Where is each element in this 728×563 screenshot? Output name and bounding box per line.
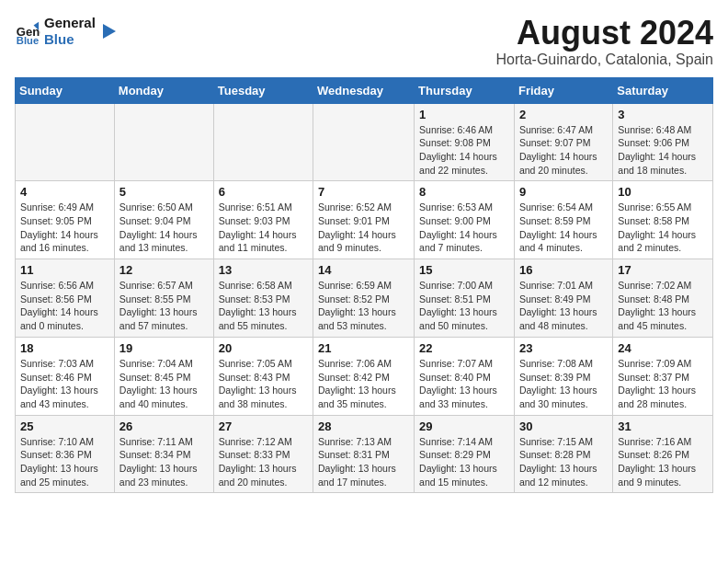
weekday-header-monday: Monday (114, 77, 213, 103)
day-info: Sunrise: 7:02 AM Sunset: 8:48 PM Dayligh… (618, 279, 708, 333)
day-info: Sunrise: 7:09 AM Sunset: 8:37 PM Dayligh… (618, 357, 708, 411)
calendar-title: August 2024 (495, 15, 713, 52)
calendar-table: SundayMondayTuesdayWednesdayThursdayFrid… (15, 77, 713, 494)
calendar-cell: 20Sunrise: 7:05 AM Sunset: 8:43 PM Dayli… (213, 337, 313, 415)
calendar-cell: 24Sunrise: 7:09 AM Sunset: 8:37 PM Dayli… (613, 337, 713, 415)
day-info: Sunrise: 6:59 AM Sunset: 8:52 PM Dayligh… (318, 279, 409, 333)
day-number: 7 (318, 185, 409, 199)
day-info: Sunrise: 6:54 AM Sunset: 8:59 PM Dayligh… (519, 201, 608, 255)
calendar-cell: 3Sunrise: 6:48 AM Sunset: 9:06 PM Daylig… (613, 103, 713, 181)
day-number: 3 (618, 108, 708, 121)
calendar-week-row: 1Sunrise: 6:46 AM Sunset: 9:08 PM Daylig… (16, 103, 713, 181)
calendar-cell: 22Sunrise: 7:07 AM Sunset: 8:40 PM Dayli… (415, 337, 515, 415)
day-number: 16 (519, 263, 608, 277)
calendar-cell: 5Sunrise: 6:50 AM Sunset: 9:04 PM Daylig… (114, 181, 213, 259)
weekday-header-saturday: Saturday (613, 77, 713, 103)
calendar-cell: 7Sunrise: 6:52 AM Sunset: 9:01 PM Daylig… (313, 181, 415, 259)
day-number: 17 (618, 263, 708, 277)
calendar-title-section: August 2024 Horta-Guinardo, Catalonia, S… (495, 15, 713, 68)
day-number: 24 (618, 341, 708, 355)
day-info: Sunrise: 7:15 AM Sunset: 8:28 PM Dayligh… (519, 435, 608, 489)
calendar-subtitle: Horta-Guinardo, Catalonia, Spain (495, 52, 713, 68)
day-number: 10 (618, 185, 708, 199)
day-info: Sunrise: 7:10 AM Sunset: 8:36 PM Dayligh… (20, 435, 109, 489)
day-info: Sunrise: 7:03 AM Sunset: 8:46 PM Dayligh… (20, 357, 109, 411)
day-info: Sunrise: 6:50 AM Sunset: 9:04 PM Dayligh… (119, 201, 209, 255)
calendar-cell: 17Sunrise: 7:02 AM Sunset: 8:48 PM Dayli… (613, 259, 713, 338)
day-info: Sunrise: 6:47 AM Sunset: 9:07 PM Dayligh… (519, 123, 608, 178)
day-number: 12 (119, 263, 209, 277)
calendar-cell (114, 103, 213, 181)
calendar-cell: 8Sunrise: 6:53 AM Sunset: 9:00 PM Daylig… (415, 181, 515, 259)
calendar-week-row: 18Sunrise: 7:03 AM Sunset: 8:46 PM Dayli… (16, 337, 713, 415)
day-info: Sunrise: 6:56 AM Sunset: 8:56 PM Dayligh… (20, 279, 109, 333)
logo-arrow-icon (99, 22, 118, 40)
calendar-cell: 26Sunrise: 7:11 AM Sunset: 8:34 PM Dayli… (114, 415, 213, 493)
day-info: Sunrise: 6:52 AM Sunset: 9:01 PM Dayligh… (318, 201, 409, 255)
day-number: 20 (219, 341, 308, 355)
day-info: Sunrise: 6:51 AM Sunset: 9:03 PM Dayligh… (219, 201, 308, 255)
day-info: Sunrise: 7:08 AM Sunset: 8:39 PM Dayligh… (519, 357, 608, 411)
calendar-cell: 25Sunrise: 7:10 AM Sunset: 8:36 PM Dayli… (16, 415, 115, 493)
day-number: 27 (219, 419, 308, 433)
day-number: 19 (119, 341, 209, 355)
day-number: 9 (519, 185, 608, 199)
day-number: 8 (419, 185, 509, 199)
day-number: 13 (219, 263, 308, 277)
logo-blue: Blue (44, 31, 96, 48)
weekday-header-tuesday: Tuesday (213, 77, 313, 103)
svg-text:Blue: Blue (17, 35, 39, 44)
logo: General Blue General Blue (15, 15, 118, 48)
calendar-cell: 19Sunrise: 7:04 AM Sunset: 8:45 PM Dayli… (114, 337, 213, 415)
day-info: Sunrise: 6:53 AM Sunset: 9:00 PM Dayligh… (419, 201, 509, 255)
day-number: 31 (618, 419, 708, 433)
calendar-cell (313, 103, 415, 181)
day-info: Sunrise: 7:16 AM Sunset: 8:26 PM Dayligh… (618, 435, 708, 489)
day-info: Sunrise: 7:01 AM Sunset: 8:49 PM Dayligh… (519, 279, 608, 333)
calendar-cell: 14Sunrise: 6:59 AM Sunset: 8:52 PM Dayli… (313, 259, 415, 338)
weekday-header-row: SundayMondayTuesdayWednesdayThursdayFrid… (16, 77, 713, 103)
day-info: Sunrise: 6:49 AM Sunset: 9:05 PM Dayligh… (20, 201, 109, 255)
day-info: Sunrise: 6:48 AM Sunset: 9:06 PM Dayligh… (618, 123, 708, 178)
weekday-header-wednesday: Wednesday (313, 77, 415, 103)
day-info: Sunrise: 6:46 AM Sunset: 9:08 PM Dayligh… (419, 123, 509, 178)
calendar-cell (213, 103, 313, 181)
day-info: Sunrise: 7:13 AM Sunset: 8:31 PM Dayligh… (318, 435, 409, 489)
day-info: Sunrise: 7:05 AM Sunset: 8:43 PM Dayligh… (219, 357, 308, 411)
day-info: Sunrise: 7:12 AM Sunset: 8:33 PM Dayligh… (219, 435, 308, 489)
day-number: 22 (419, 341, 509, 355)
calendar-cell: 29Sunrise: 7:14 AM Sunset: 8:29 PM Dayli… (415, 415, 515, 493)
day-number: 18 (20, 341, 109, 355)
calendar-cell: 31Sunrise: 7:16 AM Sunset: 8:26 PM Dayli… (613, 415, 713, 493)
calendar-cell: 11Sunrise: 6:56 AM Sunset: 8:56 PM Dayli… (16, 259, 115, 338)
calendar-cell: 9Sunrise: 6:54 AM Sunset: 8:59 PM Daylig… (514, 181, 612, 259)
day-info: Sunrise: 6:55 AM Sunset: 8:58 PM Dayligh… (618, 201, 708, 255)
day-info: Sunrise: 6:58 AM Sunset: 8:53 PM Dayligh… (219, 279, 308, 333)
calendar-cell: 16Sunrise: 7:01 AM Sunset: 8:49 PM Dayli… (514, 259, 612, 338)
day-info: Sunrise: 7:11 AM Sunset: 8:34 PM Dayligh… (119, 435, 209, 489)
calendar-week-row: 11Sunrise: 6:56 AM Sunset: 8:56 PM Dayli… (16, 259, 713, 338)
day-number: 11 (20, 263, 109, 277)
calendar-cell: 1Sunrise: 6:46 AM Sunset: 9:08 PM Daylig… (415, 103, 515, 181)
day-number: 15 (419, 263, 509, 277)
weekday-header-sunday: Sunday (16, 77, 115, 103)
calendar-cell: 28Sunrise: 7:13 AM Sunset: 8:31 PM Dayli… (313, 415, 415, 493)
day-info: Sunrise: 7:00 AM Sunset: 8:51 PM Dayligh… (419, 279, 509, 333)
day-number: 1 (419, 108, 509, 121)
logo-icon: General Blue (15, 18, 40, 44)
day-number: 14 (318, 263, 409, 277)
calendar-cell: 21Sunrise: 7:06 AM Sunset: 8:42 PM Dayli… (313, 337, 415, 415)
day-number: 6 (219, 185, 308, 199)
day-info: Sunrise: 6:57 AM Sunset: 8:55 PM Dayligh… (119, 279, 209, 333)
day-number: 26 (119, 419, 209, 433)
svg-marker-3 (103, 24, 116, 39)
logo-general: General (44, 15, 96, 31)
calendar-cell: 18Sunrise: 7:03 AM Sunset: 8:46 PM Dayli… (16, 337, 115, 415)
day-number: 2 (519, 108, 608, 121)
day-number: 28 (318, 419, 409, 433)
day-info: Sunrise: 7:06 AM Sunset: 8:42 PM Dayligh… (318, 357, 409, 411)
calendar-cell: 27Sunrise: 7:12 AM Sunset: 8:33 PM Dayli… (213, 415, 313, 493)
day-info: Sunrise: 7:14 AM Sunset: 8:29 PM Dayligh… (419, 435, 509, 489)
day-info: Sunrise: 7:07 AM Sunset: 8:40 PM Dayligh… (419, 357, 509, 411)
weekday-header-friday: Friday (514, 77, 612, 103)
